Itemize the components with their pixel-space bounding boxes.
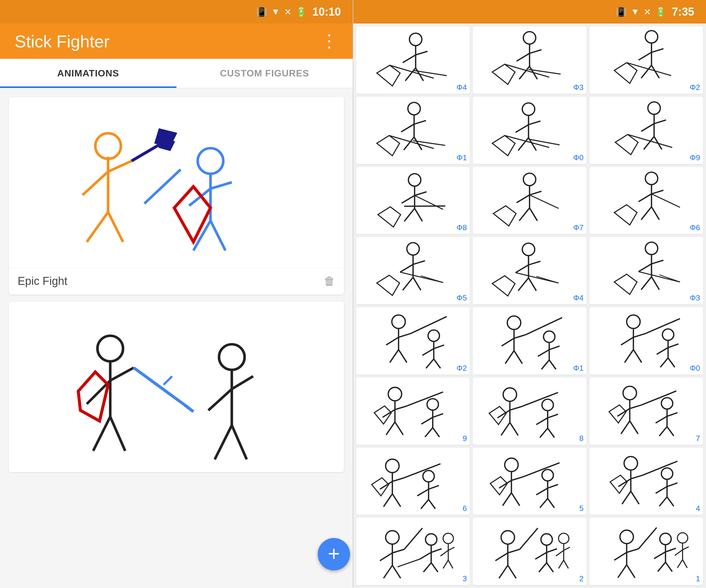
svg-line-198 (667, 427, 674, 436)
svg-line-165 (395, 422, 403, 435)
svg-line-41 (519, 66, 530, 79)
animation-card-epic-fight[interactable]: Epic Fight 🗑 (9, 97, 344, 295)
tabs-bar: ANIMATIONS CUSTOM FIGURES (0, 59, 353, 88)
right-vibrate-icon: 📳 (616, 7, 627, 17)
frame-10[interactable]: Φ0 (590, 307, 703, 375)
frame-number-16: Φ6 (690, 223, 700, 232)
left-status-bar: 📳 ▼ ✕ 🔋 10:10 (0, 0, 353, 24)
svg-line-242 (384, 565, 392, 578)
svg-point-245 (425, 534, 437, 545)
frame-7[interactable]: 7 (590, 378, 703, 445)
svg-point-121 (392, 315, 405, 328)
svg-point-219 (542, 469, 554, 481)
svg-line-35 (390, 65, 434, 78)
frame-18[interactable]: Φ8 (356, 167, 470, 234)
svg-line-89 (530, 195, 559, 208)
svg-line-94 (641, 207, 651, 220)
svg-line-25 (208, 389, 232, 411)
frame-15[interactable]: Φ5 (356, 237, 470, 304)
frame-19[interactable]: Φ9 (590, 97, 703, 164)
svg-line-240 (380, 553, 392, 561)
frame-14[interactable]: Φ4 (473, 237, 586, 304)
frame-number-3: 3 (463, 574, 467, 583)
svg-line-229 (622, 491, 631, 504)
delete-button-1[interactable]: 🗑 (324, 275, 335, 288)
svg-line-124 (399, 334, 410, 337)
frame-23[interactable]: Φ3 (473, 27, 586, 94)
svg-line-43 (505, 64, 549, 77)
svg-point-271 (559, 533, 569, 544)
frame-20[interactable]: Φ0 (473, 97, 586, 164)
svg-line-144 (549, 346, 559, 349)
svg-line-196 (667, 413, 677, 416)
frame-21[interactable]: Φ1 (356, 97, 470, 164)
frame-16[interactable]: Φ6 (590, 167, 703, 234)
tab-animations[interactable]: ANIMATIONS (0, 59, 176, 88)
svg-line-197 (659, 427, 667, 436)
svg-line-136 (502, 338, 514, 346)
frame-17[interactable]: Φ7 (473, 167, 586, 234)
svg-line-228 (631, 475, 642, 478)
svg-line-47 (638, 52, 651, 60)
svg-line-244 (404, 528, 422, 549)
svg-line-217 (512, 493, 520, 506)
right-battery-icon: 🔋 (655, 7, 666, 17)
svg-line-132 (426, 359, 434, 368)
svg-point-212 (505, 458, 518, 472)
svg-line-32 (416, 51, 427, 55)
svg-line-92 (638, 194, 651, 201)
frame-number-20: Φ0 (573, 153, 583, 162)
svg-point-199 (386, 459, 399, 472)
svg-line-248 (431, 549, 441, 552)
svg-point-147 (627, 315, 640, 328)
right-time: 7:35 (672, 6, 694, 18)
svg-line-123 (386, 337, 399, 345)
frame-12[interactable]: Φ2 (356, 307, 470, 375)
svg-line-80 (415, 208, 422, 221)
frame-number-14: Φ4 (573, 293, 583, 302)
frame-9[interactable]: 9 (356, 378, 470, 445)
menu-button[interactable]: ⋮ (320, 32, 338, 50)
animation-name-1: Epic Fight (17, 275, 67, 288)
svg-line-137 (514, 335, 526, 338)
battery-icon: 🔋 (296, 7, 307, 17)
svg-line-100 (413, 261, 425, 264)
svg-line-190 (621, 421, 630, 434)
animation-card-sword-fight[interactable] (9, 302, 344, 472)
frame-number-11: Φ1 (573, 364, 583, 373)
svg-line-26 (232, 376, 253, 389)
svg-line-158 (660, 358, 668, 367)
svg-line-27 (215, 425, 232, 460)
frame-8[interactable]: 8 (473, 378, 586, 445)
frame-number-7: 7 (696, 434, 700, 443)
frame-number-24: Φ4 (457, 83, 467, 92)
svg-line-77 (401, 195, 415, 203)
frame-1[interactable]: 1 (590, 518, 703, 585)
fab-add-button[interactable]: + (318, 538, 350, 571)
frame-3[interactable]: 3 (356, 518, 470, 585)
svg-line-210 (421, 499, 429, 509)
svg-point-128 (428, 330, 439, 341)
svg-line-170 (433, 414, 443, 417)
svg-line-254 (440, 550, 448, 556)
svg-line-58 (389, 135, 434, 149)
frame-number-13: Φ3 (690, 293, 700, 302)
svg-line-204 (392, 494, 401, 507)
frame-5[interactable]: 5 (473, 448, 586, 515)
frame-24[interactable]: Φ4 (356, 27, 470, 94)
svg-line-250 (431, 563, 438, 572)
frame-13[interactable]: Φ3 (590, 237, 703, 304)
tab-custom-figures[interactable]: CUSTOM FIGURES (176, 59, 353, 88)
svg-point-1 (95, 133, 121, 159)
svg-line-237 (667, 497, 674, 506)
frame-6[interactable]: 6 (356, 448, 470, 515)
frame-22[interactable]: Φ2 (590, 27, 703, 94)
frame-2[interactable]: 2 (473, 518, 586, 585)
frame-11[interactable]: Φ1 (473, 307, 586, 375)
svg-line-20 (134, 368, 190, 408)
svg-point-68 (648, 102, 660, 114)
frame-4[interactable]: 4 (590, 448, 703, 515)
frame-number-23: Φ3 (573, 83, 583, 92)
svg-line-51 (627, 62, 671, 76)
status-icons: 📳 ▼ ✕ 🔋 (256, 7, 307, 17)
